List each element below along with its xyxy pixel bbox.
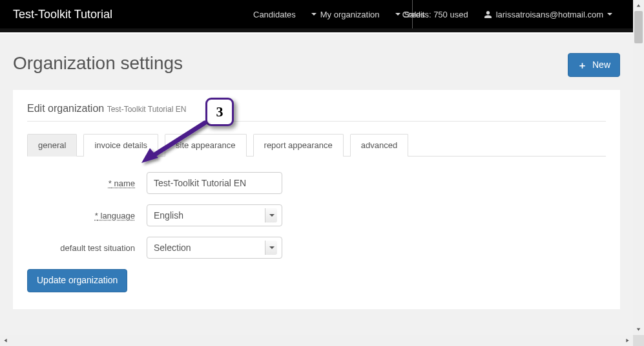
form-actions: Update organization [27, 269, 606, 292]
tab-advanced-label: advanced [361, 140, 397, 150]
form-row-language: * language English [27, 204, 606, 226]
update-organization-button[interactable]: Update organization [27, 269, 127, 292]
label-default-situation-text: default test situation [60, 243, 135, 253]
nav-my-organization[interactable]: My organization [304, 0, 388, 28]
svg-marker-5 [626, 339, 628, 343]
vscroll-thumb[interactable] [634, 11, 643, 43]
scroll-down-button[interactable] [633, 324, 644, 335]
nav-my-organization-label: My organization [320, 10, 380, 19]
viewport: Test-Toolkit Tutorial Candidates My orga… [0, 0, 644, 346]
svg-marker-2 [637, 4, 641, 6]
scroll-up-button[interactable] [633, 0, 644, 11]
page-title: Organization settings [13, 53, 183, 74]
panel-heading-text: Edit organization [27, 103, 104, 114]
scroll-right-button[interactable] [622, 335, 633, 346]
label-default-situation: default test situation [27, 243, 147, 253]
label-name: * name [27, 178, 147, 188]
new-button[interactable]: ＋ New [568, 53, 620, 77]
page-body: Organization settings ＋ New Edit organiz… [0, 34, 633, 309]
svg-marker-4 [4, 339, 6, 343]
nav-candidates[interactable]: Candidates [245, 0, 304, 28]
new-button-label: New [592, 59, 610, 72]
user-icon [484, 10, 492, 19]
label-language-text: language [101, 211, 136, 221]
label-language: * language [27, 211, 147, 221]
tab-advanced[interactable]: advanced [350, 134, 408, 157]
select-language[interactable]: English [147, 204, 282, 226]
page-header-row: Organization settings ＋ New [13, 53, 620, 77]
plus-icon: ＋ [577, 58, 587, 72]
tab-site-appearance[interactable]: site appearance [165, 134, 247, 157]
user-menu[interactable]: larissatroisans@hotmail.com [476, 0, 620, 28]
tab-invoice-details[interactable]: invoice details [83, 134, 158, 157]
vscroll-track[interactable] [633, 11, 644, 324]
horizontal-scrollbar[interactable] [0, 335, 633, 346]
secondary-bar [0, 28, 633, 34]
svg-marker-3 [637, 328, 641, 330]
nav-right-group: Credits: 750 used larissatroisans@hotmai… [386, 0, 620, 28]
caret-down-icon [311, 13, 317, 16]
top-navbar: Test-Toolkit Tutorial Candidates My orga… [0, 0, 633, 28]
scrollbar-corner [633, 335, 644, 346]
scroll-left-button[interactable] [0, 335, 11, 346]
credits-indicator[interactable]: Credits: 750 used [395, 0, 476, 28]
select-language-wrap: English [147, 204, 282, 226]
tabs: general invoice details site appearance … [27, 133, 606, 157]
form-row-default-situation: default test situation Selection [27, 237, 606, 259]
input-name[interactable] [147, 172, 282, 194]
tab-general-label: general [38, 140, 66, 150]
brand-title[interactable]: Test-Toolkit Tutorial [13, 8, 112, 21]
vertical-scrollbar[interactable] [633, 0, 644, 335]
panel-heading: Edit organization Test-Toolkit Tutorial … [27, 103, 606, 122]
page-scroll-area: Test-Toolkit Tutorial Candidates My orga… [0, 0, 633, 335]
settings-panel: Edit organization Test-Toolkit Tutorial … [13, 90, 620, 309]
tab-report-appearance[interactable]: report appearance [253, 134, 344, 157]
tab-general[interactable]: general [27, 134, 77, 157]
tab-report-appearance-label: report appearance [264, 140, 333, 150]
tab-site-appearance-label: site appearance [176, 140, 236, 150]
panel-subheading: Test-Toolkit Tutorial EN [107, 105, 187, 114]
credits-label: Credits: 750 used [402, 10, 468, 19]
caret-down-icon [607, 13, 612, 16]
form-row-name: * name [27, 172, 606, 194]
update-organization-label: Update organization [37, 274, 118, 287]
user-email-label: larissatroisans@hotmail.com [496, 10, 603, 19]
label-name-text: name [114, 178, 135, 188]
nav-candidates-label: Candidates [253, 10, 296, 19]
tab-invoice-details-label: invoice details [94, 140, 147, 150]
select-default-situation[interactable]: Selection [147, 237, 282, 259]
select-default-situation-wrap: Selection [147, 237, 282, 259]
